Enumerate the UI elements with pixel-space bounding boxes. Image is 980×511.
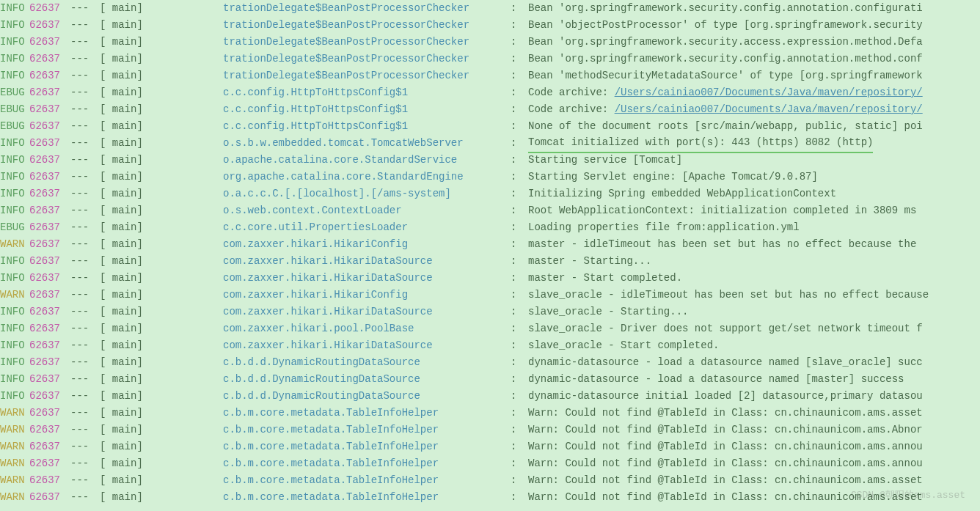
log-separator: --- <box>70 253 100 270</box>
log-pid: 62637 <box>29 185 70 202</box>
log-message: slave_oracle - Driver does not support g… <box>528 320 980 337</box>
log-level: INFO <box>0 34 29 51</box>
log-message: Warn: Could not find @TableId in Class: … <box>528 405 980 422</box>
log-level: INFO <box>0 185 29 202</box>
log-colon: : <box>511 253 528 270</box>
log-thread: [ main] <box>100 202 223 219</box>
log-separator: --- <box>70 185 100 202</box>
log-level: INFO <box>0 51 29 67</box>
log-separator: --- <box>70 405 100 422</box>
log-colon: : <box>511 388 528 405</box>
log-colon: : <box>511 405 528 422</box>
log-separator: --- <box>70 371 100 388</box>
log-separator: --- <box>70 118 100 135</box>
log-line: INFO62637---[ main]com.zaxxer.hikari.Hik… <box>0 304 980 320</box>
log-message: Loading properties file from:application… <box>528 219 980 236</box>
file-path-link[interactable]: /Users/cainiao007/Documents/Java/maven/r… <box>615 87 923 98</box>
log-level: INFO <box>0 388 29 405</box>
log-pid: 62637 <box>29 354 70 371</box>
log-level: WARN <box>0 405 29 422</box>
log-logger: c.b.m.core.metadata.TableInfoHelper <box>223 472 511 489</box>
log-pid: 62637 <box>29 135 70 152</box>
log-level: INFO <box>0 354 29 371</box>
log-thread: [ main] <box>100 337 223 354</box>
log-pid: 62637 <box>29 489 70 506</box>
log-colon: : <box>511 17 528 34</box>
log-thread: [ main] <box>100 0 223 17</box>
log-message: Bean 'objectPostProcessor' of type [org.… <box>528 17 980 34</box>
log-message: slave_oracle - Start completed. <box>528 337 980 354</box>
highlighted-message: Tomcat initialized with port(s): 443 (ht… <box>528 134 873 153</box>
log-pid: 62637 <box>29 152 70 169</box>
log-line: INFO62637---[ main]o.a.c.c.C.[.[localhos… <box>0 185 980 202</box>
log-colon: : <box>511 455 528 472</box>
log-pid: 62637 <box>29 320 70 337</box>
log-logger: c.c.config.HttpToHttpsConfig$1 <box>223 101 511 118</box>
log-separator: --- <box>70 304 100 320</box>
log-separator: --- <box>70 135 100 152</box>
log-thread: [ main] <box>100 51 223 67</box>
log-logger: c.b.m.core.metadata.TableInfoHelper <box>223 405 511 422</box>
log-logger: com.zaxxer.hikari.HikariDataSource <box>223 304 511 320</box>
log-colon: : <box>511 118 528 135</box>
file-path-link[interactable]: /Users/cainiao007/Documents/Java/maven/r… <box>615 103 923 115</box>
log-colon: : <box>511 489 528 506</box>
log-message: Code archive: /Users/cainiao007/Document… <box>528 84 980 101</box>
log-logger: c.c.config.HttpToHttpsConfig$1 <box>223 84 511 101</box>
log-separator: --- <box>70 438 100 455</box>
log-level: INFO <box>0 169 29 185</box>
log-level: INFO <box>0 337 29 354</box>
log-line: INFO62637---[ main]trationDelegate$BeanP… <box>0 34 980 51</box>
log-thread: [ main] <box>100 67 223 84</box>
log-message: Initializing Spring embedded WebApplicat… <box>528 185 980 202</box>
log-logger: c.b.m.core.metadata.TableInfoHelper <box>223 489 511 506</box>
log-level: WARN <box>0 236 29 253</box>
log-pid: 62637 <box>29 422 70 438</box>
log-line: WARN62637---[ main]c.b.m.core.metadata.T… <box>0 438 980 455</box>
log-separator: --- <box>70 51 100 67</box>
log-colon: : <box>511 236 528 253</box>
log-colon: : <box>511 270 528 287</box>
log-separator: --- <box>70 287 100 304</box>
log-pid: 62637 <box>29 472 70 489</box>
log-message: Starting Servlet engine: [Apache Tomcat/… <box>528 169 980 185</box>
log-logger: o.s.web.context.ContextLoader <box>223 202 511 219</box>
log-level: EBUG <box>0 219 29 236</box>
log-colon: : <box>511 185 528 202</box>
log-message: dynamic-datasource initial loaded [2] da… <box>528 388 980 405</box>
log-pid: 62637 <box>29 270 70 287</box>
log-pid: 62637 <box>29 388 70 405</box>
log-thread: [ main] <box>100 405 223 422</box>
log-message: Bean 'methodSecurityMetadataSource' of t… <box>528 67 980 84</box>
log-line: INFO62637---[ main]trationDelegate$BeanP… <box>0 17 980 34</box>
log-thread: [ main] <box>100 270 223 287</box>
log-level: INFO <box>0 371 29 388</box>
log-separator: --- <box>70 388 100 405</box>
log-message: Root WebApplicationContext: initializati… <box>528 202 980 219</box>
log-separator: --- <box>70 202 100 219</box>
log-level: WARN <box>0 422 29 438</box>
log-level: INFO <box>0 135 29 152</box>
log-separator: --- <box>70 236 100 253</box>
log-thread: [ main] <box>100 304 223 320</box>
log-separator: --- <box>70 422 100 438</box>
log-thread: [ main] <box>100 320 223 337</box>
log-message: master - Starting... <box>528 253 980 270</box>
log-logger: c.b.m.core.metadata.TableInfoHelper <box>223 422 511 438</box>
log-line: INFO62637---[ main]org.apache.catalina.c… <box>0 169 980 185</box>
log-line: INFO62637---[ main]trationDelegate$BeanP… <box>0 0 980 17</box>
log-logger: o.s.b.w.embedded.tomcat.TomcatWebServer <box>223 135 511 152</box>
log-logger: trationDelegate$BeanPostProcessorChecker <box>223 51 511 67</box>
log-separator: --- <box>70 354 100 371</box>
log-message: slave_oracle - idleTimeout has been set … <box>528 287 980 304</box>
log-line: INFO62637---[ main]trationDelegate$BeanP… <box>0 51 980 67</box>
log-separator: --- <box>70 67 100 84</box>
log-level: INFO <box>0 152 29 169</box>
log-colon: : <box>511 101 528 118</box>
log-pid: 62637 <box>29 438 70 455</box>
log-colon: : <box>511 0 528 17</box>
log-thread: [ main] <box>100 219 223 236</box>
log-message: None of the document roots [src/main/web… <box>528 118 980 135</box>
log-message: Starting service [Tomcat] <box>528 152 980 169</box>
log-message: Warn: Could not find @TableId in Class: … <box>528 422 980 438</box>
